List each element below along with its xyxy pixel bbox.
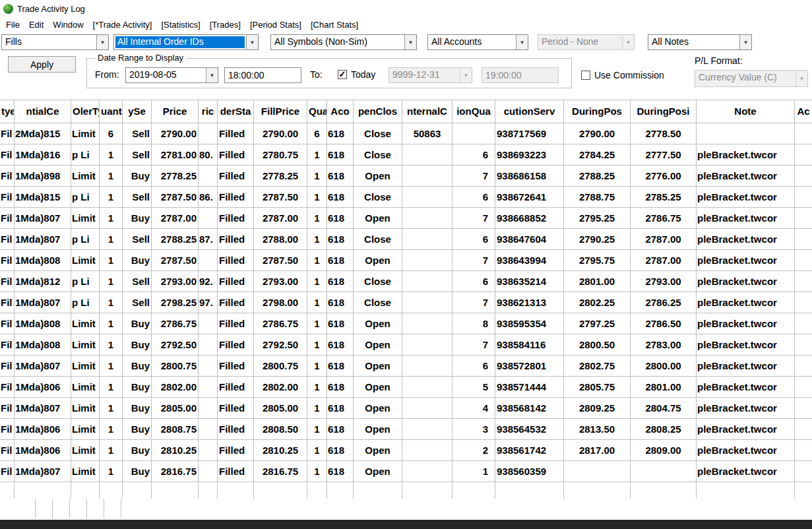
from-time-input[interactable] xyxy=(224,67,301,83)
table-cell: Fil xyxy=(0,356,15,376)
log-type-dropdown[interactable]: Fills ▼ xyxy=(1,34,109,50)
column-header[interactable]: FillPrice xyxy=(254,100,307,123)
column-header[interactable]: ric xyxy=(199,100,218,123)
table-row[interactable]: Fil1Mda)806Limit1Buy2810.25Filled2810.25… xyxy=(0,440,812,461)
accounts-dropdown[interactable]: All Accounts ▼ xyxy=(427,34,528,50)
table-cell: pleBracket.twcor xyxy=(697,229,795,249)
column-header[interactable]: penClos xyxy=(354,100,402,123)
table-cell: 1 xyxy=(307,187,327,207)
table-row[interactable]: Fil1Mda)806Limit1Buy2808.75Filled2808.50… xyxy=(0,419,812,440)
chevron-down-icon[interactable]: ▼ xyxy=(739,35,751,49)
today-checkbox[interactable]: ✓ xyxy=(338,70,347,79)
menu-item[interactable]: [Trades] xyxy=(205,19,245,30)
chevron-down-icon[interactable]: ▼ xyxy=(96,35,108,49)
table-row[interactable]: Fil1Mda)898Limit1Buy2778.25Filled2778.25… xyxy=(0,166,812,187)
table-cell xyxy=(199,398,218,418)
column-header[interactable]: cutionServ xyxy=(495,100,564,123)
column-header[interactable]: derSta xyxy=(218,100,254,123)
menu-item[interactable]: [Period Stats] xyxy=(245,19,306,30)
column-header[interactable]: uantitu xyxy=(100,100,123,123)
table-cell xyxy=(402,461,453,482)
symbols-dropdown[interactable]: All Symbols (Non-Sim) ▼ xyxy=(270,34,417,50)
table-row[interactable]: Fil1Mda)806Limit1Buy2802.00Filled2802.00… xyxy=(0,377,812,398)
internal-order-ids-dropdown[interactable]: All Internal Order IDs ▼ xyxy=(113,34,259,50)
table-row[interactable]: Fil1Mda)808Limit1Buy2792.50Filled2792.50… xyxy=(0,334,812,356)
notes-dropdown[interactable]: All Notes ▼ xyxy=(648,34,752,50)
column-header[interactable]: Note xyxy=(697,100,795,123)
table-cell: 2787.00 xyxy=(631,229,697,249)
table-row[interactable]: Fil1Mda)807p Li1Sell2788.2587.Filled2788… xyxy=(0,229,812,250)
table-row[interactable]: Fil1Mda)816p Li1Sell2781.0080.Filled2780… xyxy=(0,144,812,166)
menu-item[interactable]: [*Trade Activity] xyxy=(88,19,157,30)
menu-item[interactable]: Window xyxy=(48,19,88,30)
column-header[interactable]: tye xyxy=(0,100,15,123)
table-cell: 2809.25 xyxy=(564,398,631,418)
table-row[interactable]: Fil1Mda)807Limit1Buy2800.75Filled2800.75… xyxy=(0,356,812,377)
column-header[interactable]: Aco xyxy=(327,100,354,123)
table-cell: 80. xyxy=(199,144,218,165)
column-header[interactable]: Ac xyxy=(795,100,812,123)
empty-cell xyxy=(15,482,71,499)
table-cell: 6 xyxy=(100,123,123,144)
table-cell: p Li xyxy=(71,187,100,207)
menu-item[interactable]: [Chart Stats] xyxy=(306,19,363,30)
column-header[interactable]: ntialCe xyxy=(15,100,71,123)
apply-button[interactable]: Apply xyxy=(8,56,76,73)
table-cell: Fil xyxy=(0,398,15,418)
table-cell: 2787.00 xyxy=(254,208,307,228)
table-cell: 938672641 xyxy=(495,187,564,207)
table-cell: pleBracket.twcor xyxy=(697,419,795,439)
from-date-dropdown[interactable]: 2019-08-05 ▼ xyxy=(125,67,218,83)
table-cell: 618 xyxy=(327,187,354,207)
chevron-down-icon[interactable]: ▼ xyxy=(246,35,258,49)
table-row[interactable]: Fil1Mda)808Limit1Buy2787.50Filled2787.50… xyxy=(0,250,812,271)
column-header[interactable]: DuringPos xyxy=(564,100,631,123)
column-header[interactable]: OlerTy xyxy=(71,100,100,123)
table-cell: 1 xyxy=(307,250,327,270)
table-row[interactable]: Fil1Mda)815p Li1Sell2787.5086.Filled2787… xyxy=(0,187,812,208)
column-header[interactable]: Qua xyxy=(307,100,327,123)
table-cell: 2801.00 xyxy=(631,377,697,397)
chevron-down-icon: ▼ xyxy=(796,71,807,86)
table-cell: 2790.25 xyxy=(564,229,631,249)
table-cell: 2788.75 xyxy=(564,187,631,207)
table-cell: 50863 xyxy=(402,123,453,144)
table-cell: 618 xyxy=(327,208,354,228)
empty-cell xyxy=(71,482,100,499)
column-header[interactable]: Price xyxy=(152,100,199,123)
table-cell: 1Mda)808 xyxy=(15,334,71,355)
table-cell: 2790.00 xyxy=(254,123,307,144)
chevron-down-icon[interactable]: ▼ xyxy=(516,35,528,49)
chevron-down-icon[interactable]: ▼ xyxy=(206,68,218,82)
column-header[interactable]: nternalC xyxy=(402,100,453,123)
table-cell xyxy=(795,166,812,186)
table-cell: Filled xyxy=(218,440,254,460)
table-cell: pleBracket.twcor xyxy=(697,313,795,334)
menu-item[interactable]: Edit xyxy=(24,19,48,30)
column-header[interactable]: ySe xyxy=(123,100,152,123)
table-cell: 2808.25 xyxy=(631,419,697,439)
table-row[interactable]: Fil1Mda)807Limit1Buy2816.75Filled2816.75… xyxy=(0,461,812,482)
table-row[interactable]: Fil2Mda)815Limit6Sell2790.00Filled2790.0… xyxy=(0,123,812,144)
menu-item[interactable]: [Statistics] xyxy=(156,19,204,30)
table-cell: 2788.25 xyxy=(564,166,631,186)
table-cell: 618 xyxy=(327,123,354,144)
table-row[interactable]: Fil1Mda)807p Li1Sell2798.2597.Filled2798… xyxy=(0,292,812,313)
column-header[interactable]: DuringPosi xyxy=(631,100,697,123)
chevron-down-icon[interactable]: ▼ xyxy=(404,35,416,49)
notes-value: All Notes xyxy=(650,36,738,48)
table-cell: 1Mda)806 xyxy=(15,440,71,460)
table-cell: 2778.25 xyxy=(254,166,307,186)
table-row[interactable]: Fil1Mda)812p Li1Sell2793.0092.Filled2793… xyxy=(0,271,812,292)
table-cell: Sell xyxy=(123,144,152,165)
table-row[interactable]: Fil1Mda)808Limit1Buy2786.75Filled2786.75… xyxy=(0,313,812,334)
table-cell: 618 xyxy=(327,313,354,334)
column-header[interactable]: ionQua xyxy=(453,100,495,123)
table-row[interactable]: Fil1Mda)807Limit1Buy2805.00Filled2805.00… xyxy=(0,398,812,419)
table-cell: Open xyxy=(354,166,402,186)
table-cell: Buy xyxy=(123,313,152,334)
use-commission-checkbox[interactable] xyxy=(581,71,590,80)
table-cell: 1Mda)806 xyxy=(15,419,71,439)
table-row[interactable]: Fil1Mda)807Limit1Buy2787.00Filled2787.00… xyxy=(0,208,812,229)
menu-item[interactable]: File xyxy=(1,19,24,30)
